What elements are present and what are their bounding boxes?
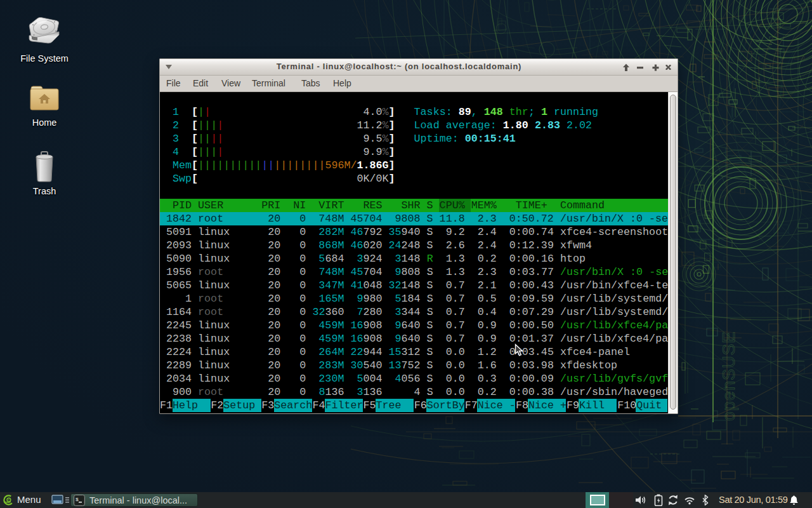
svg-text:openSUSE: openSUSE <box>719 331 738 421</box>
svg-text:$: $ <box>75 497 79 502</box>
